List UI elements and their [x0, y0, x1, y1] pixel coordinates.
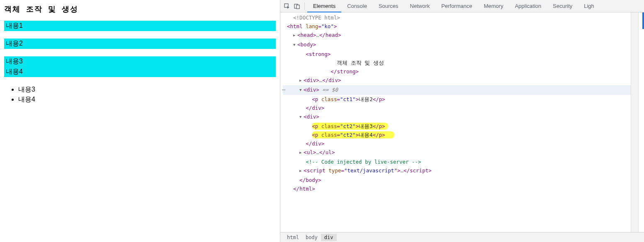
device-toggle-icon[interactable]: [292, 1, 302, 11]
tag-name: strong: [337, 68, 355, 75]
inspect-icon[interactable]: [282, 1, 292, 11]
collapse-caret-icon[interactable]: [299, 112, 304, 122]
attr: class: [321, 123, 337, 129]
comment-text: Code injected by live-server: [318, 159, 412, 165]
tab-network[interactable]: Network: [404, 0, 436, 12]
collapse-caret-icon[interactable]: [299, 85, 304, 95]
tag-name: div: [307, 114, 316, 120]
tag-name: body: [301, 41, 313, 48]
dom-node[interactable]: <p class="ct1">내용2</p>: [283, 95, 631, 104]
attr-val: "ko": [321, 23, 334, 29]
tag-name: ul: [326, 149, 332, 155]
dom-breadcrumb: html body div: [280, 232, 644, 242]
dom-node-selected[interactable]: ⋯ <div> == $0: [283, 85, 631, 95]
rendered-page: 객체 조작 및 생성 내용1 내용2 내용3 내용4 내용3 내용4: [0, 0, 280, 242]
dom-node[interactable]: <strong>: [283, 50, 631, 58]
list-item: 내용4: [18, 94, 276, 104]
tab-performance[interactable]: Performance: [435, 0, 478, 12]
dom-node[interactable]: <head>…</head>: [283, 31, 631, 40]
dom-node[interactable]: <body>: [283, 40, 631, 50]
tag-name: html: [290, 23, 303, 29]
tag-name: strong: [309, 51, 328, 57]
tag-name: p: [315, 123, 318, 129]
list-item: 내용3: [18, 85, 276, 94]
dom-node-highlighted[interactable]: <p class="ct2">내용4</p>: [283, 131, 631, 139]
tag-name: body: [306, 177, 318, 183]
devtools-body: <!DOCTYPE html> <html lang="ko"> <head>……: [280, 12, 644, 232]
content-block: 내용1: [4, 21, 276, 31]
expand-caret-icon[interactable]: [293, 31, 297, 40]
tag-name: p: [379, 132, 382, 138]
attr: lang: [306, 23, 318, 29]
selected-indicator: == $0: [319, 87, 338, 93]
breadcrumb-item[interactable]: body: [302, 234, 321, 241]
dom-tree[interactable]: <!DOCTYPE html> <html lang="ko"> <head>……: [280, 12, 631, 232]
content-block: 내용2: [4, 39, 276, 49]
dom-node[interactable]: </div>: [283, 104, 631, 112]
text-node: 객체 조작 및 생성: [337, 60, 384, 66]
dom-node[interactable]: <div>…</div>: [283, 76, 631, 85]
dom-node[interactable]: </body>: [283, 176, 631, 184]
tab-elements[interactable]: Elements: [307, 0, 341, 12]
tag-name: script: [307, 167, 326, 174]
collapse-caret-icon[interactable]: [293, 40, 297, 50]
devtools-sidebar-strip: [638, 12, 644, 232]
text-node: 내용4: [359, 132, 373, 138]
dom-node[interactable]: <script type="text/javascript">…</script…: [283, 166, 631, 176]
dom-node[interactable]: <ul>…</ul>: [283, 148, 631, 157]
gutter-dots-icon[interactable]: ⋯: [282, 85, 285, 94]
attr-val: "ct2": [340, 132, 356, 138]
tag-name: p: [315, 96, 318, 102]
tag-name: head: [301, 32, 313, 38]
dom-node[interactable]: <html lang="ko">: [283, 22, 631, 31]
tag-name: div: [312, 140, 321, 147]
tag-name: p: [379, 96, 382, 102]
tab-application[interactable]: Application: [509, 0, 547, 12]
tag-name: p: [315, 132, 318, 138]
expand-caret-icon[interactable]: [299, 148, 304, 157]
tag-name: div: [307, 77, 316, 83]
tab-lighthouse[interactable]: Ligh: [578, 0, 600, 12]
dom-node[interactable]: <!-- Code injected by live-server -->: [283, 157, 631, 166]
expand-caret-icon[interactable]: [299, 166, 304, 176]
dom-node[interactable]: 객체 조작 및 생성: [283, 58, 631, 67]
tag-name: div: [307, 87, 316, 93]
dom-node[interactable]: <div>: [283, 112, 631, 122]
content-block: 내용4: [4, 67, 276, 77]
tab-sources[interactable]: Sources: [373, 0, 404, 12]
dom-node[interactable]: <!DOCTYPE html>: [283, 13, 631, 22]
text-node: 내용2: [359, 96, 373, 102]
tag-name: html: [299, 186, 312, 192]
dom-node[interactable]: </strong>: [283, 67, 631, 76]
ellipsis: …: [400, 167, 403, 174]
attr-val: "ct2": [340, 123, 356, 129]
sidebar-indicator: [642, 12, 644, 29]
tag-name: div: [328, 77, 338, 83]
content-list: 내용3 내용4: [18, 85, 276, 104]
attr-val: "text/javascript": [344, 167, 397, 174]
tab-security[interactable]: Security: [547, 0, 578, 12]
tag-name: div: [312, 105, 321, 111]
content-block: 내용3: [4, 56, 276, 67]
dom-node-highlighted[interactable]: <p class="ct2">내용3</p>: [283, 122, 631, 131]
breadcrumb-item-active[interactable]: div: [321, 234, 337, 241]
dom-node[interactable]: </div>: [283, 139, 631, 148]
page-title: 객체 조작 및 생성: [4, 4, 276, 14]
expand-caret-icon[interactable]: [299, 76, 304, 85]
tab-memory[interactable]: Memory: [478, 0, 509, 12]
tag-name: ul: [307, 149, 313, 155]
dom-node[interactable]: </html>: [283, 184, 631, 193]
devtools-scrollbar[interactable]: [631, 12, 638, 232]
svg-rect-2: [296, 5, 299, 9]
text-node: 내용3: [359, 123, 373, 129]
devtools-panel: Elements Console Sources Network Perform…: [280, 0, 644, 242]
attr-val: "ct1": [340, 96, 356, 102]
tag-name: script: [410, 167, 428, 174]
block-group-1: 내용1 내용2: [4, 21, 276, 49]
ellipsis: …: [316, 32, 319, 38]
devtools-toolbar: Elements Console Sources Network Perform…: [280, 0, 644, 12]
separator: [304, 2, 305, 10]
breadcrumb-item[interactable]: html: [284, 234, 302, 241]
doctype: <!DOCTYPE html>: [293, 15, 340, 21]
tab-console[interactable]: Console: [341, 0, 373, 12]
